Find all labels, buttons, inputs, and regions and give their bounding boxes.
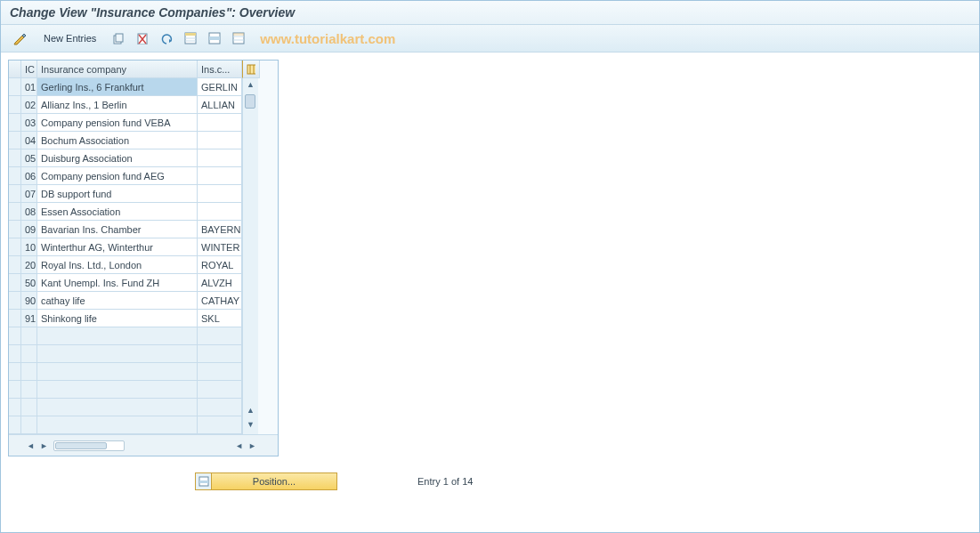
row-selector[interactable] bbox=[9, 78, 21, 96]
scroll-left-arrow-icon[interactable]: ◄ bbox=[233, 440, 245, 452]
scroll-right-arrow-icon[interactable]: ► bbox=[247, 440, 258, 452]
cell-insurance-company[interactable]: Allianz Ins., 1 Berlin bbox=[37, 96, 198, 114]
cell-ins-code[interactable] bbox=[198, 132, 242, 149]
copy-as-icon[interactable] bbox=[109, 29, 128, 47]
cell-ins-code[interactable]: GERLIN bbox=[198, 78, 242, 96]
cell-ic bbox=[21, 399, 37, 416]
new-entries-button[interactable]: New Entries bbox=[36, 30, 104, 46]
change-display-icon[interactable] bbox=[10, 29, 31, 47]
select-all-icon[interactable] bbox=[181, 29, 200, 47]
cell-ins-code[interactable] bbox=[198, 114, 242, 132]
hscroll-thumb[interactable] bbox=[55, 442, 107, 449]
svg-rect-1 bbox=[116, 34, 123, 42]
table-row[interactable]: 91Shinkong lifeSKL bbox=[9, 310, 242, 327]
row-selector[interactable] bbox=[9, 238, 21, 256]
cell-ins-code[interactable] bbox=[198, 203, 242, 221]
row-selector[interactable] bbox=[9, 167, 21, 185]
select-block-icon[interactable] bbox=[205, 29, 224, 47]
table-row[interactable]: 03Company pension fund VEBA bbox=[9, 114, 242, 132]
row-selector[interactable] bbox=[9, 221, 21, 238]
table-row[interactable]: 50Kant Unempl. Ins. Fund ZHALVZH bbox=[9, 274, 242, 292]
row-selector bbox=[9, 345, 21, 363]
cell-insurance-company[interactable]: Gerling Ins., 6 Frankfurt bbox=[37, 78, 198, 96]
cell-ins-code[interactable]: BAYERN bbox=[198, 221, 242, 238]
row-selector[interactable] bbox=[9, 132, 21, 149]
scroll-left-arrow-icon[interactable]: ◄ bbox=[25, 440, 36, 452]
table-row[interactable]: 06Company pension fund AEG bbox=[9, 167, 242, 185]
row-selector-header[interactable] bbox=[9, 61, 21, 78]
cell-insurance-company[interactable]: Shinkong life bbox=[37, 310, 198, 327]
cell-insurance-company[interactable]: cathay life bbox=[37, 292, 198, 310]
column-header-name[interactable]: Insurance company bbox=[37, 61, 198, 78]
cell-insurance-company[interactable]: DB support fund bbox=[37, 185, 198, 203]
column-header-ic[interactable]: IC bbox=[21, 61, 37, 78]
row-selector[interactable] bbox=[9, 292, 21, 310]
row-selector bbox=[9, 416, 21, 434]
cell-ins-code[interactable]: WINTER bbox=[198, 238, 242, 256]
row-selector[interactable] bbox=[9, 310, 21, 327]
table-row[interactable]: 07DB support fund bbox=[9, 185, 242, 203]
cell-insurance-company[interactable]: Company pension fund AEG bbox=[37, 167, 198, 185]
row-selector[interactable] bbox=[9, 149, 21, 167]
row-selector[interactable] bbox=[9, 203, 21, 221]
cell-insurance-company[interactable]: Company pension fund VEBA bbox=[37, 114, 198, 132]
vertical-scrollbar[interactable]: ▲ ▲ ▼ bbox=[242, 78, 258, 434]
cell-ins-code bbox=[198, 399, 242, 416]
table-row[interactable]: 20Royal Ins. Ltd., LondonROYAL bbox=[9, 256, 242, 274]
toolbar: New Entries www.tutorialkart.com bbox=[1, 25, 979, 52]
row-selector[interactable] bbox=[9, 274, 21, 292]
cell-ic: 01 bbox=[21, 78, 37, 96]
table-row[interactable]: 02Allianz Ins., 1 BerlinALLIAN bbox=[9, 96, 242, 114]
table-row[interactable]: 09Bavarian Ins. ChamberBAYERN bbox=[9, 221, 242, 238]
undo-icon[interactable] bbox=[157, 29, 176, 47]
table-row[interactable]: 08Essen Association bbox=[9, 203, 242, 221]
watermark-text: www.tutorialkart.com bbox=[260, 31, 395, 46]
cell-ins-code bbox=[198, 363, 242, 381]
row-selector[interactable] bbox=[9, 256, 21, 274]
cell-ins-code[interactable] bbox=[198, 185, 242, 203]
cell-ins-code[interactable]: SKL bbox=[198, 310, 242, 327]
cell-insurance-company[interactable]: Royal Ins. Ltd., London bbox=[37, 256, 198, 274]
scroll-right-arrow-icon[interactable]: ► bbox=[38, 440, 50, 452]
cell-insurance-company[interactable]: Winterthur AG, Winterthur bbox=[37, 238, 198, 256]
table-row[interactable]: 10Winterthur AG, WinterthurWINTER bbox=[9, 238, 242, 256]
cell-ins-code[interactable] bbox=[198, 149, 242, 167]
scroll-up-arrow-icon[interactable]: ▲ bbox=[245, 78, 256, 91]
cell-insurance-company[interactable]: Duisburg Association bbox=[37, 149, 198, 167]
table-row-empty bbox=[9, 345, 242, 363]
cell-ins-code bbox=[198, 327, 242, 345]
cell-ic: 09 bbox=[21, 221, 37, 238]
cell-insurance-company[interactable]: Essen Association bbox=[37, 203, 198, 221]
scrollbar-thumb[interactable] bbox=[245, 94, 255, 109]
row-selector[interactable] bbox=[9, 114, 21, 132]
table-row[interactable]: 05Duisburg Association bbox=[9, 149, 242, 167]
table-row[interactable]: 04Bochum Association bbox=[9, 132, 242, 149]
position-button[interactable]: Position... bbox=[195, 472, 337, 490]
cell-ins-code[interactable]: ALLIAN bbox=[198, 96, 242, 114]
deselect-all-icon[interactable] bbox=[229, 29, 248, 47]
cell-ins-code[interactable] bbox=[198, 167, 242, 185]
hscroll-track[interactable] bbox=[53, 440, 125, 451]
row-selector[interactable] bbox=[9, 185, 21, 203]
cell-insurance-company[interactable]: Kant Unempl. Ins. Fund ZH bbox=[37, 274, 198, 292]
cell-insurance-company[interactable]: Bochum Association bbox=[37, 132, 198, 149]
table-header-row: IC Insurance company Ins.c... bbox=[9, 61, 278, 78]
scroll-down-arrow-icon[interactable]: ▼ bbox=[245, 418, 256, 431]
cell-ins-code[interactable]: ROYAL bbox=[198, 256, 242, 274]
scroll-up-arrow-icon[interactable]: ▲ bbox=[245, 404, 256, 416]
column-header-code[interactable]: Ins.c... bbox=[198, 61, 242, 78]
cell-ic bbox=[21, 416, 37, 434]
cell-ic bbox=[21, 381, 37, 399]
horizontal-scrollbar[interactable]: ◄ ► ◄ ► bbox=[9, 434, 278, 456]
cell-ins-code[interactable]: CATHAY bbox=[198, 292, 242, 310]
table-row[interactable]: 90cathay lifeCATHAY bbox=[9, 292, 242, 310]
cell-ic: 50 bbox=[21, 274, 37, 292]
delete-icon[interactable] bbox=[133, 29, 152, 47]
cell-ic: 06 bbox=[21, 167, 37, 185]
cell-insurance-company[interactable]: Bavarian Ins. Chamber bbox=[37, 221, 198, 238]
cell-ins-code[interactable]: ALVZH bbox=[198, 274, 242, 292]
table-row-empty bbox=[9, 363, 242, 381]
configure-columns-button[interactable] bbox=[242, 61, 260, 78]
table-row[interactable]: 01Gerling Ins., 6 FrankfurtGERLIN bbox=[9, 78, 242, 96]
row-selector[interactable] bbox=[9, 96, 21, 114]
